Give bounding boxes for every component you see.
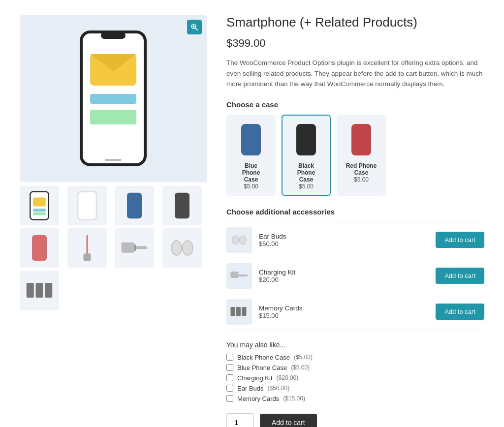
phone-illustration	[71, 27, 155, 170]
svg-rect-22	[134, 246, 147, 249]
case-blue-name: Blue Phone Case	[235, 162, 267, 183]
svg-rect-23	[134, 244, 136, 251]
thumbnail-9[interactable]	[20, 271, 59, 310]
svg-rect-14	[33, 213, 46, 215]
charging-price: $20.00	[259, 276, 429, 283]
accessory-charging: Charging Kit $20.00 Add to cart	[226, 258, 484, 294]
svg-rect-27	[36, 283, 43, 298]
also-like-earbuds[interactable]: Ear Buds ($50.00)	[226, 385, 484, 392]
case-black[interactable]: Black Phone Case $5.00	[282, 115, 331, 196]
charging-img	[226, 263, 252, 289]
svg-rect-15	[78, 192, 96, 220]
also-like-charging-label: Charging Kit	[237, 374, 273, 382]
thumbnail-7[interactable]	[115, 228, 154, 268]
choose-case-label: Choose a case	[226, 100, 484, 109]
accessories-list: Ear Buds $50.00 Add to cart Charging Kit…	[226, 222, 484, 330]
earbuds-name: Ear Buds	[259, 233, 429, 240]
also-like-memory-checkbox[interactable]	[226, 395, 233, 402]
case-blue[interactable]: Blue Phone Case $5.00	[226, 115, 276, 196]
also-like-black-case[interactable]: Black Phone Case ($5.00)	[226, 354, 484, 361]
thumbnails-grid	[20, 186, 207, 310]
accessories-label: Choose additional accessories	[226, 208, 484, 216]
svg-rect-38	[242, 307, 247, 316]
also-like-black-case-price: ($5.00)	[294, 354, 313, 361]
add-to-cart-row: Add to cart	[226, 413, 484, 427]
svg-rect-28	[45, 283, 52, 298]
thumbnail-1[interactable]	[20, 186, 59, 225]
svg-rect-9	[90, 110, 136, 124]
memory-price: $15.00	[259, 312, 429, 319]
also-like-black-case-checkbox[interactable]	[226, 354, 233, 361]
also-like-charging-price: ($20.00)	[277, 374, 299, 381]
thumbnail-2[interactable]	[67, 186, 107, 225]
also-like-memory-label: Memory Cards	[237, 395, 279, 402]
also-like-memory[interactable]: Memory Cards ($15.00)	[226, 395, 484, 402]
svg-rect-37	[236, 307, 241, 316]
thumbnail-5[interactable]	[20, 228, 59, 268]
also-like-earbuds-label: Ear Buds	[237, 385, 263, 392]
charging-name: Charging Kit	[259, 269, 429, 276]
case-red-name: Red Phone Case	[346, 162, 377, 176]
also-like-title: You may also like...	[226, 341, 484, 349]
case-red-price: $5.00	[346, 176, 377, 183]
svg-rect-29	[241, 124, 261, 155]
memory-img	[226, 299, 252, 325]
earbuds-price: $50.00	[259, 240, 429, 247]
also-like-blue-case[interactable]: Blue Phone Case ($5.00)	[226, 364, 484, 371]
svg-rect-8	[90, 94, 136, 104]
product-details: Smartphone (+ Related Products) $399.00 …	[226, 15, 484, 427]
also-like-section: You may also like... Black Phone Case ($…	[226, 341, 484, 402]
product-description: The WooCommerce Product Options plugin i…	[226, 58, 484, 90]
svg-rect-26	[27, 283, 34, 298]
also-like-blue-case-checkbox[interactable]	[226, 364, 233, 371]
memory-info: Memory Cards $15.00	[259, 305, 429, 319]
svg-rect-36	[231, 307, 235, 316]
thumbnail-3[interactable]	[115, 186, 154, 225]
also-like-memory-price: ($15.00)	[283, 395, 305, 402]
case-blue-price: $5.00	[235, 183, 267, 190]
zoom-button[interactable]	[187, 20, 202, 34]
thumbnail-8[interactable]	[162, 228, 202, 268]
earbuds-img	[226, 227, 252, 253]
main-add-to-cart-button[interactable]: Add to cart	[260, 414, 317, 427]
svg-point-24	[171, 241, 182, 255]
memory-name: Memory Cards	[259, 305, 429, 312]
accessory-earbuds: Ear Buds $50.00 Add to cart	[226, 222, 484, 258]
svg-rect-34	[231, 272, 239, 278]
earbuds-add-btn[interactable]: Add to cart	[436, 232, 484, 248]
also-like-earbuds-checkbox[interactable]	[226, 385, 233, 392]
product-title: Smartphone (+ Related Products)	[226, 15, 484, 30]
main-image	[20, 15, 207, 182]
svg-rect-30	[296, 124, 316, 155]
case-black-name: Black Phone Case	[290, 162, 322, 183]
accessory-memory: Memory Cards $15.00 Add to cart	[226, 294, 484, 330]
product-layout: Smartphone (+ Related Products) $399.00 …	[20, 15, 484, 427]
svg-rect-31	[351, 124, 371, 155]
charging-add-btn[interactable]: Add to cart	[436, 268, 484, 284]
also-like-black-case-label: Black Phone Case	[237, 354, 290, 361]
svg-rect-16	[127, 193, 142, 219]
also-like-charging-checkbox[interactable]	[226, 374, 233, 381]
cases-grid: Blue Phone Case $5.00 Black Phone Case $…	[226, 115, 484, 196]
svg-rect-17	[175, 193, 189, 219]
product-price: $399.00	[226, 37, 484, 50]
svg-rect-5	[101, 32, 126, 39]
thumbnail-4[interactable]	[162, 186, 202, 225]
case-red[interactable]: Red Phone Case $5.00	[337, 115, 386, 196]
svg-rect-10	[105, 159, 122, 161]
also-like-charging[interactable]: Charging Kit ($20.00)	[226, 374, 484, 382]
svg-point-25	[182, 241, 192, 255]
also-like-earbuds-price: ($50.00)	[267, 385, 289, 392]
memory-add-btn[interactable]: Add to cart	[436, 304, 484, 320]
also-like-blue-case-price: ($5.00)	[291, 364, 310, 371]
also-like-blue-case-label: Blue Phone Case	[237, 364, 287, 371]
svg-point-33	[240, 236, 247, 244]
earbuds-info: Ear Buds $50.00	[259, 233, 429, 247]
svg-rect-21	[122, 243, 134, 253]
thumbnail-6[interactable]	[67, 228, 107, 268]
charging-info: Charging Kit $20.00	[259, 269, 429, 283]
svg-rect-35	[239, 274, 248, 276]
quantity-input[interactable]	[226, 413, 254, 427]
svg-rect-13	[33, 209, 46, 212]
case-black-price: $5.00	[290, 183, 322, 190]
